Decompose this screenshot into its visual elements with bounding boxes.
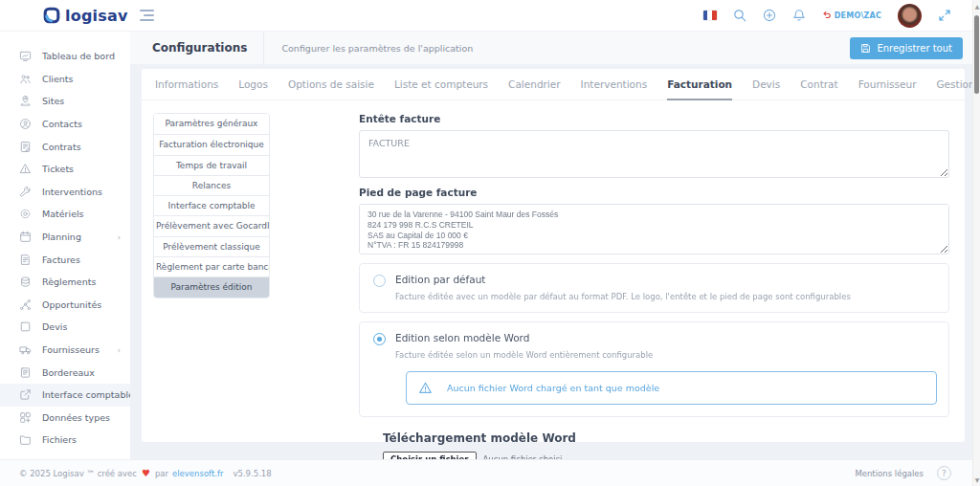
submenu-item-facturation-electronique[interactable]: Facturation électronique xyxy=(154,134,269,154)
submenu-item-prelevement-classique[interactable]: Prélèvement classique xyxy=(154,236,269,256)
sidebar-item-label: Factures xyxy=(42,254,80,265)
edition-default-label: Edition par défaut xyxy=(395,274,937,285)
sidebar-item-label: Matériels xyxy=(42,209,84,219)
sidebar-item-factures[interactable]: Factures xyxy=(0,248,130,271)
materiels-icon xyxy=(19,208,32,220)
tab-options-de-saisie[interactable]: Options de saisie xyxy=(288,78,374,99)
logo[interactable]: logisav xyxy=(43,7,128,25)
logo-icon xyxy=(43,7,60,24)
invoice-footer-label: Pied de page facture xyxy=(359,187,949,198)
no-template-alert-text: Aucun fichier Word chargé en tant que mo… xyxy=(447,383,659,393)
notifications-bell-icon[interactable] xyxy=(792,9,806,22)
page-subtitle: Configurer les paramètres de l'applicati… xyxy=(281,43,473,54)
help-icon[interactable]: ? xyxy=(937,466,951,480)
sidebar-item-contacts[interactable]: Contacts xyxy=(0,113,130,136)
sidebar-item-sites[interactable]: Sites xyxy=(0,90,130,113)
submenu-item-temps-de-travail[interactable]: Temps de travail xyxy=(154,155,269,175)
submenu-item-prelevement-avec-gocardless[interactable]: Prélèvement avec Gocardless xyxy=(154,215,269,235)
opportunites-icon xyxy=(19,298,32,311)
tab-fournisseur[interactable]: Fournisseur xyxy=(858,78,917,99)
sidebar-item-tickets[interactable]: Tickets xyxy=(0,158,130,181)
scroll-up-icon[interactable]: ▲ xyxy=(973,3,980,10)
edition-word-radio[interactable] xyxy=(373,333,386,345)
sidebar-item-label: Fournisseurs xyxy=(42,344,100,355)
tab-liste-et-compteurs[interactable]: Liste et compteurs xyxy=(394,78,488,99)
heart-icon: ♥ xyxy=(142,468,150,478)
edition-default-option[interactable]: Edition par défaut Facture éditée avec u… xyxy=(359,263,949,313)
tab-contrat[interactable]: Contrat xyxy=(800,78,837,99)
submenu-item-reglement-par-carte-bancaire[interactable]: Règlement par carte bancaire xyxy=(154,256,269,276)
sidebar-item-interface-comptable[interactable]: Interface comptable xyxy=(0,384,130,407)
sidebar-item-label: Bordereaux xyxy=(42,367,95,378)
scrollbar-thumb[interactable] xyxy=(974,15,979,94)
tab-logos[interactable]: Logos xyxy=(238,78,268,99)
avatar[interactable] xyxy=(898,4,922,28)
submenu-item-relances[interactable]: Relances xyxy=(154,175,269,195)
sidebar-item-planning[interactable]: Planning› xyxy=(0,226,130,249)
save-all-button[interactable]: Enregistrer tout xyxy=(850,37,963,59)
sidebar-item-materiels[interactable]: Matériels xyxy=(0,203,130,226)
invoice-footer-textarea[interactable]: 30 rue de la Varenne - 94100 Saint Maur … xyxy=(359,204,949,254)
edition-word-option[interactable]: Edition selon modèle Word Facture éditée… xyxy=(359,321,949,417)
edition-word-label: Edition selon modèle Word xyxy=(395,332,937,343)
sidebar-item-label: Sites xyxy=(42,96,64,106)
dashboard-icon xyxy=(19,50,32,62)
copyright-text: © 2025 Logisav ™ créé avec xyxy=(19,469,137,478)
user-label: DEMO\ZAC xyxy=(835,11,881,20)
edition-default-radio[interactable] xyxy=(373,275,386,287)
sidebar-item-opportunites[interactable]: Opportunités xyxy=(0,294,130,317)
add-icon[interactable] xyxy=(763,9,776,22)
language-flag-icon[interactable] xyxy=(703,11,717,20)
edition-word-description: Facture éditée selon un modèle Word enti… xyxy=(395,350,937,360)
facturation-submenu: Paramètres générauxFacturation électroni… xyxy=(153,113,270,298)
configuration-card: InformationsLogosOptions de saisieListe … xyxy=(142,69,965,442)
sidebar-item-reglements[interactable]: Règlements xyxy=(0,271,130,294)
sidebar-item-interventions[interactable]: Interventions xyxy=(0,181,130,204)
top-bar: logisav DEMO\ZAC xyxy=(0,0,972,32)
tab-interventions[interactable]: Interventions xyxy=(581,78,648,99)
sidebar-item-tableau-de-bord[interactable]: Tableau de bord xyxy=(0,45,130,68)
fichiers-icon xyxy=(19,433,32,446)
fullscreen-icon[interactable] xyxy=(938,9,951,22)
tab-devis[interactable]: Devis xyxy=(752,78,780,99)
menu-toggle-icon[interactable] xyxy=(140,10,154,21)
planning-icon xyxy=(19,231,32,243)
sidebar-item-label: Interventions xyxy=(42,187,102,197)
sites-icon xyxy=(19,95,32,107)
tab-calendrier[interactable]: Calendrier xyxy=(508,78,560,99)
sidebar-item-devis[interactable]: Devis xyxy=(0,316,130,339)
sidebar-item-fournisseurs[interactable]: Fournisseurs› xyxy=(0,339,130,362)
no-template-alert: Aucun fichier Word chargé en tant que mo… xyxy=(406,371,937,405)
logo-text: logisav xyxy=(65,7,128,25)
sidebar-item-donnees-types[interactable]: Données types xyxy=(0,407,130,430)
upload-title: Téléchargement modèle Word xyxy=(383,431,949,445)
page-scrollbar[interactable]: ▲ ▼ xyxy=(972,0,980,486)
sidebar-nav: Tableau de bordClientsSitesContactsContr… xyxy=(0,32,130,459)
copyright-by: par xyxy=(155,469,168,478)
legal-notice-link[interactable]: Mentions légales xyxy=(855,469,924,478)
sidebar-item-clients[interactable]: Clients xyxy=(0,68,130,91)
sidebar-item-label: Contrats xyxy=(42,142,81,152)
sidebar-item-fichiers[interactable]: Fichiers xyxy=(0,429,130,452)
sidebar-item-label: Planning xyxy=(42,232,81,242)
donnees-icon xyxy=(19,411,32,424)
tab-facturation[interactable]: Facturation xyxy=(667,78,732,100)
user-menu[interactable]: DEMO\ZAC xyxy=(822,11,881,20)
sidebar-item-label: Tickets xyxy=(42,164,74,174)
edition-settings-form: Entête facture FACTURE Pied de page fact… xyxy=(359,113,949,480)
submenu-item-parametres-generaux[interactable]: Paramètres généraux xyxy=(154,114,269,134)
switch-user-icon xyxy=(822,11,832,20)
sidebar-item-label: Interface comptable xyxy=(42,389,130,400)
tab-informations[interactable]: Informations xyxy=(155,78,218,99)
scroll-down-icon[interactable]: ▼ xyxy=(973,476,980,483)
sidebar-item-contrats[interactable]: Contrats xyxy=(0,135,130,158)
sidebar-item-label: Contacts xyxy=(42,119,82,129)
sidebar-item-label: Devis xyxy=(42,321,67,332)
sidebar-item-bordereaux[interactable]: Bordereaux xyxy=(0,361,130,384)
elevensoft-link[interactable]: elevensoft.fr xyxy=(172,469,223,478)
invoice-header-textarea[interactable]: FACTURE xyxy=(359,130,949,178)
submenu-item-interface-comptable[interactable]: Interface comptable xyxy=(154,195,269,215)
submenu-item-parametres-edition[interactable]: Paramètres édition xyxy=(154,276,269,297)
search-icon[interactable] xyxy=(733,9,746,22)
fournisseurs-icon xyxy=(19,343,32,356)
